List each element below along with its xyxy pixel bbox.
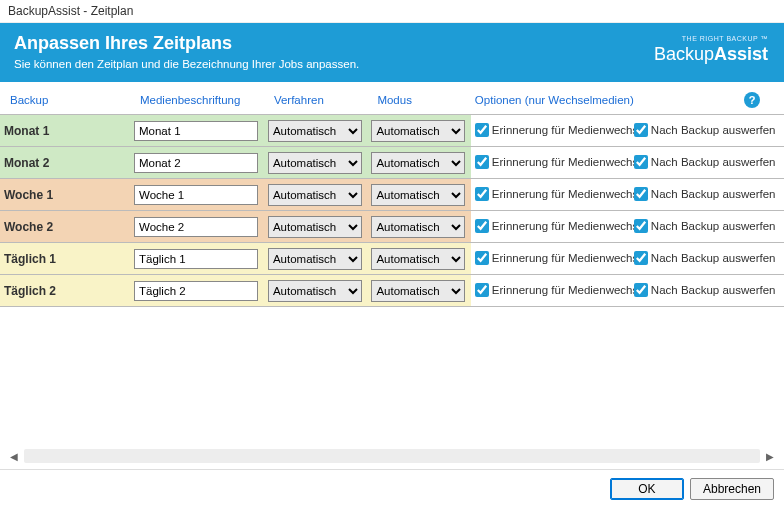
erinnerung-checkbox[interactable]: Erinnerung für Medienwechsel (475, 187, 634, 201)
horizontal-scrollbar[interactable]: ◀ ▶ (6, 447, 778, 465)
media-label-input[interactable] (134, 185, 258, 205)
backup-name: Monat 2 (0, 147, 130, 179)
table-row: Täglich 2AutomatischAutomatischErinnerun… (0, 275, 784, 307)
verfahren-select[interactable]: Automatisch (268, 248, 362, 270)
brand-logo: THE RIGHT BACKUP ™ BackupAssist (654, 35, 768, 65)
erinnerung-checkbox[interactable]: Erinnerung für Medienwechsel (475, 123, 634, 137)
table-row: Täglich 1AutomatischAutomatischErinnerun… (0, 243, 784, 275)
auswerfen-label: Nach Backup auswerfen (651, 252, 776, 264)
erinnerung-checkbox-input[interactable] (475, 155, 489, 169)
auswerfen-checkbox[interactable]: Nach Backup auswerfen (634, 283, 776, 297)
verfahren-select[interactable]: Automatisch (268, 184, 362, 206)
media-label-input[interactable] (134, 281, 258, 301)
help-icon[interactable]: ? (744, 92, 760, 108)
auswerfen-checkbox-input[interactable] (634, 251, 648, 265)
erinnerung-checkbox[interactable]: Erinnerung für Medienwechsel (475, 219, 634, 233)
auswerfen-label: Nach Backup auswerfen (651, 124, 776, 136)
table-row: Woche 1AutomatischAutomatischErinnerung … (0, 179, 784, 211)
ok-button[interactable]: OK (610, 478, 684, 500)
erinnerung-checkbox[interactable]: Erinnerung für Medienwechsel (475, 155, 634, 169)
auswerfen-checkbox-input[interactable] (634, 283, 648, 297)
erinnerung-checkbox-input[interactable] (475, 219, 489, 233)
schedule-table: Backup Medienbeschriftung Verfahren Modu… (0, 86, 784, 307)
erinnerung-checkbox-input[interactable] (475, 123, 489, 137)
backup-name: Täglich 1 (0, 243, 130, 275)
cancel-button[interactable]: Abbrechen (690, 478, 774, 500)
auswerfen-label: Nach Backup auswerfen (651, 156, 776, 168)
brand-tagline: THE RIGHT BACKUP ™ (654, 35, 768, 42)
auswerfen-checkbox[interactable]: Nach Backup auswerfen (634, 155, 776, 169)
backup-name: Woche 2 (0, 211, 130, 243)
modus-select[interactable]: Automatisch (371, 152, 465, 174)
scroll-track[interactable] (24, 449, 760, 463)
erinnerung-checkbox-input[interactable] (475, 187, 489, 201)
scroll-right-button[interactable]: ▶ (762, 448, 778, 464)
table-row: Monat 1AutomatischAutomatischErinnerung … (0, 115, 784, 147)
auswerfen-label: Nach Backup auswerfen (651, 220, 776, 232)
verfahren-select[interactable]: Automatisch (268, 152, 362, 174)
erinnerung-checkbox-input[interactable] (475, 251, 489, 265)
verfahren-select[interactable]: Automatisch (268, 280, 362, 302)
backup-name: Woche 1 (0, 179, 130, 211)
brand-name-part1: Backup (654, 44, 714, 64)
backup-name: Täglich 2 (0, 275, 130, 307)
content-area: Backup Medienbeschriftung Verfahren Modu… (0, 82, 784, 307)
media-label-input[interactable] (134, 249, 258, 269)
auswerfen-checkbox[interactable]: Nach Backup auswerfen (634, 251, 776, 265)
auswerfen-checkbox[interactable]: Nach Backup auswerfen (634, 187, 776, 201)
erinnerung-label: Erinnerung für Medienwechsel (492, 188, 634, 200)
erinnerung-label: Erinnerung für Medienwechsel (492, 252, 634, 264)
auswerfen-checkbox-input[interactable] (634, 155, 648, 169)
col-modus: Modus (367, 86, 470, 115)
auswerfen-checkbox-input[interactable] (634, 123, 648, 137)
verfahren-select[interactable]: Automatisch (268, 216, 362, 238)
table-row: Woche 2AutomatischAutomatischErinnerung … (0, 211, 784, 243)
media-label-input[interactable] (134, 121, 258, 141)
col-verfahren: Verfahren (264, 86, 367, 115)
erinnerung-label: Erinnerung für Medienwechsel (492, 284, 634, 296)
auswerfen-checkbox[interactable]: Nach Backup auswerfen (634, 123, 776, 137)
modus-select[interactable]: Automatisch (371, 280, 465, 302)
modus-select[interactable]: Automatisch (371, 184, 465, 206)
col-medien: Medienbeschriftung (130, 86, 264, 115)
col-backup: Backup (0, 86, 130, 115)
brand-name-part2: Assist (714, 44, 768, 64)
modus-select[interactable]: Automatisch (371, 216, 465, 238)
verfahren-select[interactable]: Automatisch (268, 120, 362, 142)
footer-bar: OK Abbrechen (0, 469, 784, 508)
erinnerung-checkbox-input[interactable] (475, 283, 489, 297)
erinnerung-label: Erinnerung für Medienwechsel (492, 156, 634, 168)
auswerfen-label: Nach Backup auswerfen (651, 188, 776, 200)
auswerfen-checkbox-input[interactable] (634, 187, 648, 201)
col-optionen: Optionen (nur Wechselmedien) (471, 86, 734, 115)
media-label-input[interactable] (134, 153, 258, 173)
auswerfen-checkbox-input[interactable] (634, 219, 648, 233)
backup-name: Monat 1 (0, 115, 130, 147)
auswerfen-label: Nach Backup auswerfen (651, 284, 776, 296)
erinnerung-label: Erinnerung für Medienwechsel (492, 124, 634, 136)
media-label-input[interactable] (134, 217, 258, 237)
modus-select[interactable]: Automatisch (371, 248, 465, 270)
header-band: Anpassen Ihres Zeitplans Sie können den … (0, 23, 784, 82)
erinnerung-checkbox[interactable]: Erinnerung für Medienwechsel (475, 283, 634, 297)
table-row: Monat 2AutomatischAutomatischErinnerung … (0, 147, 784, 179)
window-title: BackupAssist - Zeitplan (0, 0, 784, 23)
window: BackupAssist - Zeitplan Anpassen Ihres Z… (0, 0, 784, 508)
scroll-left-button[interactable]: ◀ (6, 448, 22, 464)
erinnerung-label: Erinnerung für Medienwechsel (492, 220, 634, 232)
erinnerung-checkbox[interactable]: Erinnerung für Medienwechsel (475, 251, 634, 265)
auswerfen-checkbox[interactable]: Nach Backup auswerfen (634, 219, 776, 233)
modus-select[interactable]: Automatisch (371, 120, 465, 142)
